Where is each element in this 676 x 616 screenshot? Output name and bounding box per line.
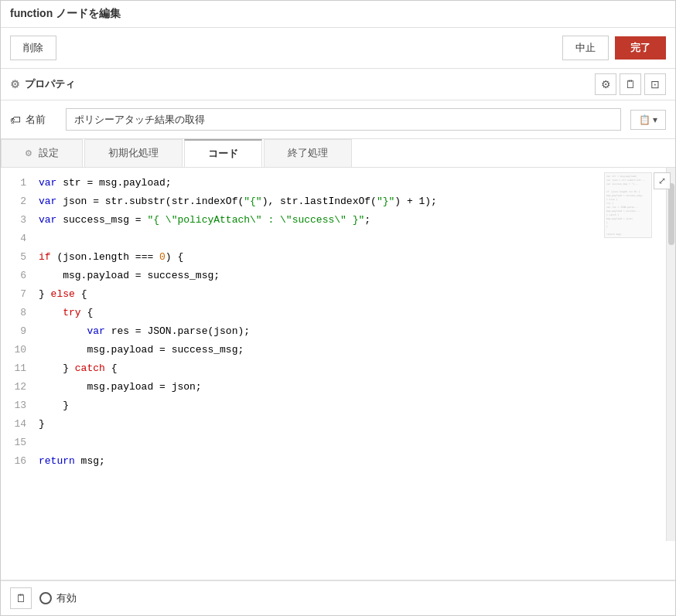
- tab-code-label: コード: [208, 148, 238, 159]
- footer-book-icon: 🗒: [15, 592, 26, 604]
- code-container[interactable]: 1 2 3 4 5 6 7 8 9 10 11 12 13 14 15 16: [1, 168, 666, 541]
- tab-settings-label: 設定: [39, 147, 59, 158]
- minimap-expand-btn[interactable]: ⤢: [654, 172, 671, 189]
- name-dropdown-icon: 📋: [639, 114, 650, 125]
- code-line-12: msg.payload = json;: [39, 378, 666, 396]
- line-numbers: 1 2 3 4 5 6 7 8 9 10 11 12 13 14 15 16: [1, 174, 36, 535]
- scrollbar-thumb[interactable]: [668, 183, 674, 245]
- tabs-bar: ⚙ 設定 初期化処理 コード 終了処理: [1, 139, 675, 168]
- code-line-14: }: [39, 415, 666, 434]
- prop-icons: ⚙ 🗒 ⊡: [595, 73, 666, 95]
- footer: 🗒 有効: [1, 580, 675, 615]
- code-line-10: msg.payload = success_msg;: [39, 341, 666, 359]
- code-line-2: var json = str.substr(str.indexOf("{"), …: [39, 192, 666, 211]
- window-title: function ノードを編集: [10, 7, 121, 19]
- footer-book-btn[interactable]: 🗒: [10, 587, 32, 609]
- prop-settings-icon-btn[interactable]: ⚙: [595, 73, 616, 95]
- name-input[interactable]: [66, 108, 621, 131]
- name-dropdown-arrow: ▾: [653, 114, 657, 125]
- prop-frame-icon-btn[interactable]: ⊡: [644, 73, 666, 95]
- tab-settings[interactable]: ⚙ 設定: [1, 139, 83, 167]
- tab-code[interactable]: コード: [184, 139, 262, 167]
- title-bar: function ノードを編集: [1, 1, 675, 28]
- properties-label: ⚙ プロパティ: [10, 77, 87, 91]
- properties-text: プロパティ: [25, 77, 75, 91]
- prop-book-icon-btn[interactable]: 🗒: [620, 73, 641, 95]
- toolbar: 削除 中止 完了: [1, 28, 675, 69]
- name-dropdown-btn[interactable]: 📋 ▾: [630, 110, 666, 130]
- tab-init-label: 初期化処理: [108, 147, 159, 158]
- valid-label: 有効: [56, 591, 77, 605]
- prop-settings-icon: ⚙: [601, 78, 611, 90]
- tab-cleanup[interactable]: 終了処理: [264, 139, 352, 167]
- name-label: 🏷 名前: [10, 113, 56, 127]
- code-line-11: } catch {: [39, 359, 666, 378]
- code-line-7: } else {: [39, 285, 666, 304]
- name-label-text: 名前: [26, 113, 46, 127]
- delete-button[interactable]: 削除: [10, 36, 56, 60]
- cancel-button[interactable]: 中止: [562, 36, 609, 60]
- code-line-16: return msg;: [39, 452, 666, 471]
- code-line-13: }: [39, 396, 666, 415]
- code-line-8: try {: [39, 304, 666, 322]
- code-lines: var str = msg.payload; var json = str.su…: [36, 174, 666, 535]
- prop-book-icon: 🗒: [625, 78, 636, 90]
- tab-cleanup-label: 終了処理: [288, 147, 328, 158]
- code-line-3: var success_msg = "{ \"policyAttach\" : …: [39, 211, 666, 230]
- code-line-5: if (json.length === 0) {: [39, 248, 666, 267]
- tag-icon: 🏷: [10, 114, 21, 126]
- properties-bar: ⚙ プロパティ ⚙ 🗒 ⊡: [1, 69, 675, 100]
- code-line-4: [39, 230, 666, 248]
- done-button[interactable]: 完了: [615, 36, 666, 60]
- code-line-1: var str = msg.payload;: [39, 174, 666, 192]
- main-window: function ノードを編集 削除 中止 完了 ⚙ プロパティ ⚙ 🗒 ⊡: [0, 0, 676, 616]
- valid-circle-icon: [39, 592, 52, 604]
- expand-icon: ⤢: [658, 175, 666, 186]
- code-line-9: var res = JSON.parse(json);: [39, 322, 666, 341]
- code-padding: [1, 541, 675, 580]
- code-line-6: msg.payload = success_msg;: [39, 267, 666, 285]
- code-line-15: [39, 434, 666, 452]
- minimap: var str = msg.payload; var json = str.su…: [604, 172, 652, 238]
- footer-valid: 有効: [39, 591, 77, 605]
- properties-gear-icon: ⚙: [10, 78, 20, 90]
- code-area: 1 2 3 4 5 6 7 8 9 10 11 12 13 14 15 16: [1, 168, 675, 580]
- tab-settings-gear: ⚙: [25, 148, 32, 158]
- name-row: 🏷 名前 📋 ▾: [1, 100, 675, 139]
- prop-frame-icon: ⊡: [650, 78, 660, 90]
- tab-init[interactable]: 初期化処理: [84, 139, 183, 167]
- vertical-scrollbar[interactable]: [666, 168, 675, 541]
